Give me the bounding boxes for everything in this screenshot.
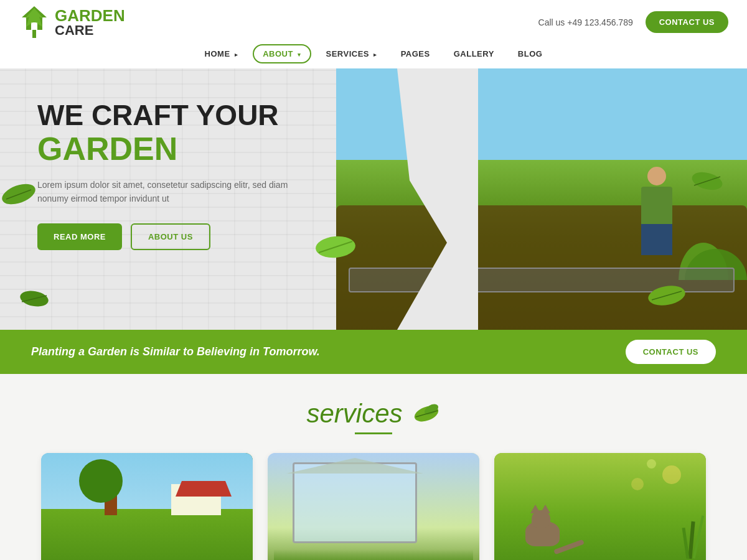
services-title: services <box>306 399 402 429</box>
hero-heading-2: GARDEN <box>37 131 299 167</box>
banner-quote: Planting a Garden is Similar to Believin… <box>31 345 320 358</box>
hero-content: WE CRAFT YOUR GARDEN Lorem ipsum dolor s… <box>37 100 299 250</box>
about-us-button[interactable]: ABOUT US <box>131 223 210 250</box>
service-card-2: Corrugated Lorem ipsum dolor sit amet, c… <box>268 453 479 560</box>
hero-description: Lorem ipsum dolor sit amet, consetetur s… <box>37 178 299 206</box>
call-us-text: Call us +49 123.456.789 <box>538 17 633 27</box>
banner-contact-button[interactable]: CONTACT US <box>626 340 716 364</box>
read-more-button[interactable]: READ MORE <box>37 223 122 250</box>
nav-services[interactable]: SERVICES ▸ <box>317 45 386 62</box>
nav-home[interactable]: HOME ▸ <box>196 45 247 62</box>
header-contact-button[interactable]: CONTACT US <box>646 11 728 33</box>
logo-icon <box>19 5 50 39</box>
logo-garden: GARDEN <box>55 7 125 24</box>
svg-rect-1 <box>32 30 36 38</box>
services-underline <box>355 432 392 434</box>
service-card-3: Plaster Lorem ipsum dolor sit amet, cons… <box>494 453 706 560</box>
services-header: services <box>37 399 710 434</box>
hero-buttons: READ MORE ABOUT US <box>37 223 299 250</box>
header-right: Call us +49 123.456.789 CONTACT US <box>538 11 728 33</box>
hero-wave <box>397 68 478 330</box>
garden-cat-image <box>494 453 706 560</box>
nav-pages[interactable]: PAGES <box>392 45 439 62</box>
services-cards: flower scaping Lorem ipsum dolor sit ame… <box>37 453 710 560</box>
logo[interactable]: GARDEN CARE <box>19 5 125 39</box>
services-section: services <box>0 374 747 560</box>
services-title-row: services <box>37 399 710 429</box>
nav-about[interactable]: ABOUT ▾ <box>253 44 311 63</box>
service-card-2-image <box>268 453 479 560</box>
svg-marker-2 <box>25 8 44 27</box>
service-card-3-image <box>494 453 706 560</box>
hero-heading-1: WE CRAFT YOUR <box>37 100 299 131</box>
greenhouse-image <box>268 453 479 560</box>
main-nav: HOME ▸ ABOUT ▾ SERVICES ▸ PAGES GALLERY … <box>0 44 747 68</box>
green-banner: Planting a Garden is Similar to Believin… <box>0 330 747 374</box>
nav-blog[interactable]: BLOG <box>509 45 552 62</box>
hero-section: WE CRAFT YOUR GARDEN Lorem ipsum dolor s… <box>0 68 747 330</box>
services-leaf-icon <box>413 403 441 425</box>
nav-gallery[interactable]: GALLERY <box>445 45 503 62</box>
header: GARDEN CARE Call us +49 123.456.789 CONT… <box>0 0 747 44</box>
logo-care: CARE <box>55 24 125 37</box>
service-card-1: flower scaping Lorem ipsum dolor sit ame… <box>41 453 253 560</box>
service-card-1-image <box>41 453 253 560</box>
lawn-image <box>41 453 253 560</box>
